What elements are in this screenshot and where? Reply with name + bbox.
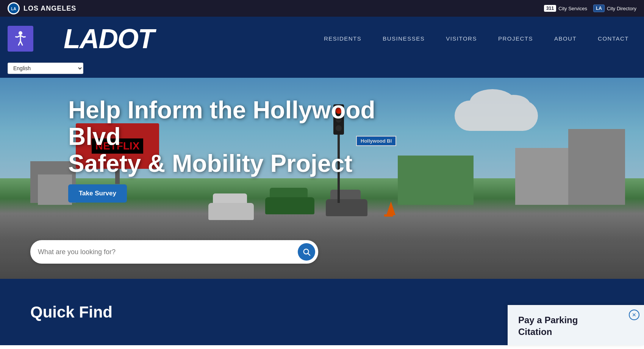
city-directory-button[interactable]: LA City Directory xyxy=(593,5,636,12)
accessibility-icon xyxy=(13,31,28,47)
city-services-label: City Services xyxy=(558,6,587,11)
city-services-button[interactable]: 311 City Services xyxy=(544,5,587,12)
hero-title-line2: Safety & Mobility Project xyxy=(68,150,352,177)
search-container xyxy=(30,240,318,264)
main-nav: LADOT RESIDENTS BUSINESSES VISITORS PROJ… xyxy=(0,17,644,60)
top-bar-right: 311 City Services LA City Directory xyxy=(544,5,636,12)
parking-card-title: Pay a Parking Citation xyxy=(518,314,633,338)
nav-visitors[interactable]: VISITORS xyxy=(435,35,488,42)
badge-la: LA xyxy=(593,5,605,12)
search-input[interactable] xyxy=(38,248,298,256)
parking-citation-card: Pay a Parking Citation ✕ xyxy=(508,305,644,345)
nav-residents[interactable]: RESIDENTS xyxy=(313,35,372,42)
nav-about[interactable]: ABOUT xyxy=(544,35,587,42)
close-icon: ✕ xyxy=(632,312,636,318)
city-directory-label: City Directory xyxy=(607,6,636,11)
badge-311: 311 xyxy=(544,5,556,12)
logo-ladot[interactable]: LADOT xyxy=(64,25,154,52)
top-bar-left: LA LOS ANGELES xyxy=(8,2,76,14)
svg-text:LA: LA xyxy=(11,7,16,11)
search-icon xyxy=(302,248,311,256)
nav-links: RESIDENTS BUSINESSES VISITORS PROJECTS A… xyxy=(313,35,636,42)
search-bar xyxy=(30,240,318,264)
svg-line-4 xyxy=(308,253,310,255)
nav-businesses[interactable]: BUSINESSES xyxy=(372,35,435,42)
city-name: LOS ANGELES xyxy=(23,5,76,13)
nav-projects[interactable]: PROJECTS xyxy=(488,35,544,42)
accessibility-button[interactable] xyxy=(8,26,33,52)
bottom-section: Quick Find Pay a Parking Citation ✕ xyxy=(0,279,644,345)
take-survey-button[interactable]: Take Survey xyxy=(68,184,127,203)
top-bar: LA LOS ANGELES 311 City Services LA City… xyxy=(0,0,644,17)
hero-section: NETFLIX Hollywood Bl xyxy=(0,78,644,279)
language-select[interactable]: English Español 中文 한국어 Tiếng Việt Tagalo… xyxy=(8,63,83,74)
nav-contact[interactable]: CONTACT xyxy=(587,35,636,42)
quick-find-heading: Quick Find xyxy=(30,303,113,321)
search-button[interactable] xyxy=(298,243,315,261)
hero-title: Help Inform the Hollywood Blvd Safety & … xyxy=(68,97,409,177)
language-bar: English Español 中文 한국어 Tiếng Việt Tagalo… xyxy=(0,60,644,78)
hero-title-line1: Help Inform the Hollywood Blvd xyxy=(68,96,375,150)
la-city-logo: LA xyxy=(8,2,20,14)
parking-card-close-button[interactable]: ✕ xyxy=(629,310,639,320)
hero-content: Help Inform the Hollywood Blvd Safety & … xyxy=(68,97,409,203)
svg-point-2 xyxy=(19,31,22,35)
